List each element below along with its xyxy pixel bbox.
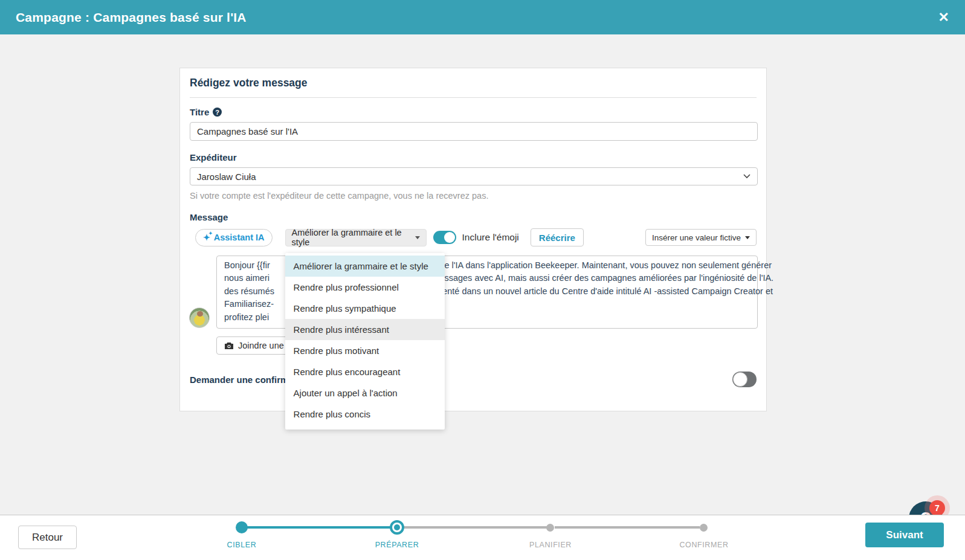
insert-placeholder-button[interactable]: Insérer une valeur fictive (645, 229, 757, 246)
sender-avatar (189, 307, 210, 328)
style-selector-value: Améliorer la grammaire et le style (292, 228, 415, 247)
step-label-confirmer: CONFIRMER (662, 541, 746, 549)
sender-select[interactable]: Jaroslaw Ciuła (190, 167, 758, 185)
title-field-label: Titre ? (190, 107, 757, 117)
toggle-knob (444, 232, 455, 243)
style-menu-item[interactable]: Ajouter un appel à l'action (285, 382, 445, 404)
step-dot-preparer[interactable] (390, 520, 404, 535)
stepper-segment (247, 526, 392, 529)
style-menu-item[interactable]: Rendre plus motivant (285, 340, 445, 361)
emoji-toggle[interactable] (433, 231, 456, 244)
wizard-footer: Retour CIBLER PRÉPARER PLANIFIER CONFIRM… (0, 515, 965, 560)
stepper-segment (404, 526, 549, 529)
camera-icon (224, 342, 234, 350)
confirmation-row: Demander une confirmation (190, 372, 757, 387)
message-toolbar: ✦✦ Assistant IA Améliorer la grammaire e… (190, 228, 757, 246)
ai-assistant-label: Assistant IA (214, 233, 265, 242)
close-icon[interactable]: ✕ (938, 11, 949, 24)
step-label-planifier: PLANIFIER (508, 541, 593, 549)
step-label-preparer: PRÉPARER (355, 541, 439, 549)
step-dot-planifier (546, 524, 554, 532)
step-label-cibler: CIBLER (199, 541, 284, 549)
toggle-knob (733, 372, 747, 387)
insert-placeholder-label: Insérer une valeur fictive (652, 233, 741, 242)
title-input[interactable] (190, 122, 758, 141)
help-icon[interactable]: ? (213, 108, 222, 117)
sender-field-label: Expéditeur (190, 152, 757, 163)
confirmation-toggle[interactable] (732, 372, 757, 387)
chevron-down-icon (743, 174, 750, 179)
style-menu-item[interactable]: Rendre plus encourageant (285, 361, 445, 382)
style-menu-item[interactable]: Rendre plus sympathique (285, 298, 445, 319)
step-dot-cibler[interactable] (236, 521, 248, 533)
caret-down-icon (745, 236, 750, 239)
message-field-label: Message (190, 212, 757, 222)
style-menu-item[interactable]: Améliorer la grammaire et le style (285, 256, 445, 277)
rewrite-button[interactable]: Réécrire (531, 228, 584, 246)
sender-hint: Si votre compte est l'expéditeur de cett… (190, 191, 757, 201)
style-menu-item[interactable]: Rendre plus concis (285, 404, 445, 425)
sparkle-icon: ✦✦ (203, 233, 210, 242)
style-selector-button[interactable]: Améliorer la grammaire et le style (285, 229, 427, 246)
style-menu-item[interactable]: Rendre plus intéressant (285, 319, 445, 340)
stepper-segment (555, 526, 700, 529)
next-button[interactable]: Suivant (865, 523, 944, 547)
page-title: Campagne : Campagnes basé sur l'IA (16, 10, 247, 25)
modal-header: Campagne : Campagnes basé sur l'IA ✕ (0, 0, 965, 34)
style-dropdown-menu: Améliorer la grammaire et le style Rendr… (285, 253, 445, 430)
emoji-toggle-label: Inclure l'émoji (462, 232, 519, 243)
sender-select-value: Jaroslaw Ciuła (197, 172, 256, 182)
style-menu-item[interactable]: Rendre plus professionnel (285, 277, 445, 298)
step-dot-confirmer (700, 524, 708, 532)
message-lines-right: tés de l'IA dans l'application Beekeeper… (425, 259, 773, 311)
notification-badge: 7 (929, 500, 945, 516)
wizard-stepper: CIBLER PRÉPARER PLANIFIER CONFIRMER (236, 515, 711, 560)
caret-down-icon (415, 236, 420, 239)
divider (190, 97, 757, 98)
card-title: Rédigez votre message (190, 77, 757, 89)
style-dropdown-wrap: Améliorer la grammaire et le style Améli… (285, 229, 427, 246)
ai-assistant-button[interactable]: ✦✦ Assistant IA (195, 229, 273, 246)
compose-message-card: Rédigez votre message Titre ? Expéditeur… (179, 68, 767, 411)
back-button[interactable]: Retour (18, 526, 77, 549)
